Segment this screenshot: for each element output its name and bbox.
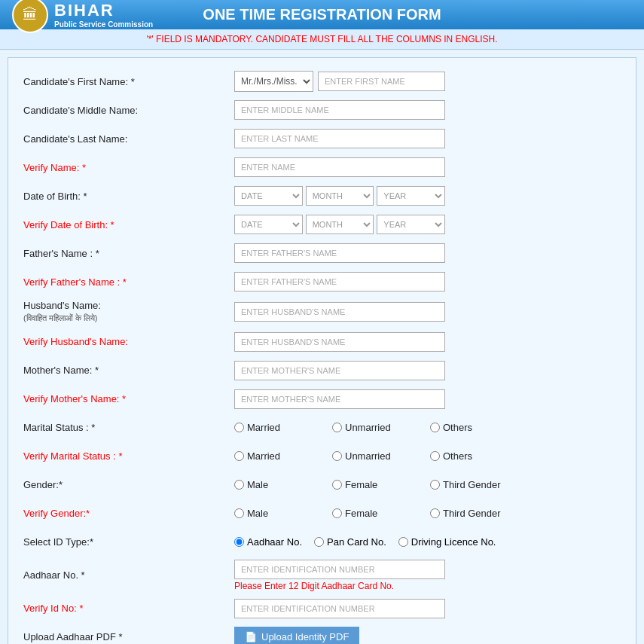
verify-dob-label: Verify Date of Birth: * bbox=[23, 219, 234, 230]
id-pan: Pan Card No. bbox=[314, 536, 386, 548]
marital-others-radio[interactable] bbox=[430, 423, 440, 432]
gender-male-radio[interactable] bbox=[234, 480, 244, 490]
marital-married-radio[interactable] bbox=[234, 423, 244, 432]
marital-unmarried-label: Unmarried bbox=[345, 422, 391, 433]
marital-married-label: Married bbox=[247, 422, 280, 433]
husband-name-label: Husband's Name: (विवाहित महिलाओं के लिये… bbox=[23, 299, 234, 325]
last-name-label: Candidate's Last Name: bbox=[23, 133, 234, 145]
dob-row: Date of Birth: * DATE MONTH YEAR bbox=[23, 185, 621, 207]
verify-father-input[interactable] bbox=[234, 272, 445, 291]
mr-mrs-select[interactable]: Mr./Mrs./Miss. Mr. Mrs. Miss. bbox=[234, 71, 313, 92]
last-name-row: Candidate's Last Name: bbox=[23, 127, 621, 150]
verify-dob-year-select[interactable]: YEAR bbox=[377, 215, 445, 234]
id-aadhaar-label: Aadhaar No. bbox=[247, 536, 302, 548]
verify-gender-label: Verify Gender:* bbox=[23, 508, 234, 519]
dob-month-select[interactable]: MONTH bbox=[306, 186, 374, 206]
verify-marital-married-radio[interactable] bbox=[234, 451, 244, 461]
page-header: 🏛 BIHAR Public Service Commission ONE TI… bbox=[0, 0, 644, 29]
mother-name-row: Mother's Name: * bbox=[23, 359, 621, 382]
id-driving-radio[interactable] bbox=[398, 537, 408, 547]
verify-gender-options: Male Female Third Gender bbox=[234, 508, 528, 519]
verify-name-label: Verify Name: * bbox=[23, 162, 234, 173]
marital-status-options: Married Unmarried Others bbox=[234, 422, 528, 433]
aadhaar-input[interactable] bbox=[234, 560, 445, 579]
verify-id-row: Verify Id No: * bbox=[23, 597, 621, 620]
father-name-input[interactable] bbox=[234, 243, 445, 263]
last-name-input[interactable] bbox=[234, 129, 445, 148]
verify-gender-third-radio[interactable] bbox=[430, 508, 440, 518]
middle-name-row: Candidate's Middle Name: bbox=[23, 99, 621, 121]
verify-id-label: Verify Id No: * bbox=[23, 603, 234, 614]
verify-gender-female-label: Female bbox=[345, 508, 377, 519]
dob-date-select[interactable]: DATE bbox=[234, 186, 303, 206]
id-driving-label: Driving Licence No. bbox=[411, 536, 496, 548]
dob-label: Date of Birth: * bbox=[23, 191, 234, 202]
verify-gender-male: Male bbox=[234, 508, 317, 519]
verify-id-input[interactable] bbox=[234, 599, 445, 618]
verify-father-row: Verify Father's Name : * bbox=[23, 270, 621, 293]
registration-form: Candidate's First Name: * Mr./Mrs./Miss.… bbox=[8, 57, 636, 644]
gender-third: Third Gender bbox=[430, 479, 513, 490]
emblem-icon: 🏛 bbox=[12, 0, 48, 33]
verify-dob-row: Verify Date of Birth: * DATE MONTH YEAR bbox=[23, 213, 621, 236]
id-pan-label: Pan Card No. bbox=[327, 536, 386, 548]
id-aadhaar-radio[interactable] bbox=[234, 537, 244, 547]
mother-name-input[interactable] bbox=[234, 361, 445, 380]
upload-label: Upload Aadhaar PDF * bbox=[23, 631, 234, 642]
verify-marital-unmarried: Unmarried bbox=[332, 450, 415, 462]
marital-unmarried-radio[interactable] bbox=[332, 423, 342, 432]
verify-husband-input[interactable] bbox=[234, 332, 445, 352]
verify-gender-female: Female bbox=[332, 508, 415, 519]
id-type-row: Select ID Type:* Aadhaar No. Pan Card No… bbox=[23, 531, 621, 554]
verify-gender-third: Third Gender bbox=[430, 508, 513, 519]
verify-marital-married: Married bbox=[234, 450, 317, 462]
first-name-row: Candidate's First Name: * Mr./Mrs./Miss.… bbox=[23, 70, 621, 93]
verify-dob-month-select[interactable]: MONTH bbox=[306, 215, 374, 234]
verify-mother-input[interactable] bbox=[234, 389, 445, 409]
verify-gender-male-label: Male bbox=[247, 508, 268, 519]
id-pan-radio[interactable] bbox=[314, 537, 324, 547]
verify-name-row: Verify Name: * bbox=[23, 156, 621, 179]
verify-dob-date-select[interactable]: DATE bbox=[234, 215, 303, 234]
middle-name-input[interactable] bbox=[234, 100, 445, 120]
verify-father-label: Verify Father's Name : * bbox=[23, 276, 234, 288]
middle-name-label: Candidate's Middle Name: bbox=[23, 105, 234, 116]
marital-status-row: Marital Status : * Married Unmarried Oth… bbox=[23, 417, 621, 439]
husband-name-input[interactable] bbox=[234, 302, 445, 322]
verify-marital-unmarried-radio[interactable] bbox=[332, 451, 342, 461]
verify-husband-row: Verify Husband's Name: bbox=[23, 331, 621, 353]
logo: 🏛 BIHAR Public Service Commission bbox=[12, 0, 153, 33]
verify-gender-female-radio[interactable] bbox=[332, 508, 342, 518]
dob-year-select[interactable]: YEAR bbox=[377, 186, 445, 206]
upload-button[interactable]: 📄 Upload Identity PDF bbox=[234, 627, 359, 644]
verify-marital-married-label: Married bbox=[247, 450, 280, 462]
first-name-input[interactable] bbox=[318, 72, 445, 91]
gender-female-label: Female bbox=[345, 479, 377, 490]
verify-marital-row: Verify Marital Status : * Married Unmarr… bbox=[23, 445, 621, 468]
verify-dob-fields: DATE MONTH YEAR bbox=[234, 215, 445, 234]
logo-title: BIHAR bbox=[54, 1, 153, 20]
verify-gender-row: Verify Gender:* Male Female Third Gender bbox=[23, 502, 621, 525]
verify-gender-male-radio[interactable] bbox=[234, 508, 244, 518]
page-title: ONE TIME REGISTRATION FORM bbox=[203, 6, 441, 23]
gender-female: Female bbox=[332, 479, 415, 490]
id-aadhaar: Aadhaar No. bbox=[234, 536, 302, 548]
aadhaar-label: Aadhaar No. * bbox=[23, 569, 234, 581]
aadhaar-row: Aadhaar No. * Please Enter 12 Digit Aadh… bbox=[23, 560, 621, 591]
verify-marital-unmarried-label: Unmarried bbox=[345, 450, 391, 462]
id-type-options: Aadhaar No. Pan Card No. Driving Licence… bbox=[234, 536, 508, 548]
marital-married: Married bbox=[234, 422, 317, 433]
verify-marital-others: Others bbox=[430, 450, 513, 462]
verify-name-input[interactable] bbox=[234, 157, 445, 177]
first-name-label: Candidate's First Name: * bbox=[23, 76, 234, 87]
marital-others: Others bbox=[430, 422, 513, 433]
gender-male: Male bbox=[234, 479, 317, 490]
aadhaar-error: Please Enter 12 Digit Aadhaar Card No. bbox=[234, 581, 445, 591]
gender-female-radio[interactable] bbox=[332, 480, 342, 490]
dob-fields: DATE MONTH YEAR bbox=[234, 186, 445, 206]
verify-marital-label: Verify Marital Status : * bbox=[23, 450, 234, 462]
father-name-label: Father's Name : * bbox=[23, 248, 234, 259]
verify-marital-others-radio[interactable] bbox=[430, 451, 440, 461]
gender-options: Male Female Third Gender bbox=[234, 479, 528, 490]
gender-third-radio[interactable] bbox=[430, 480, 440, 490]
